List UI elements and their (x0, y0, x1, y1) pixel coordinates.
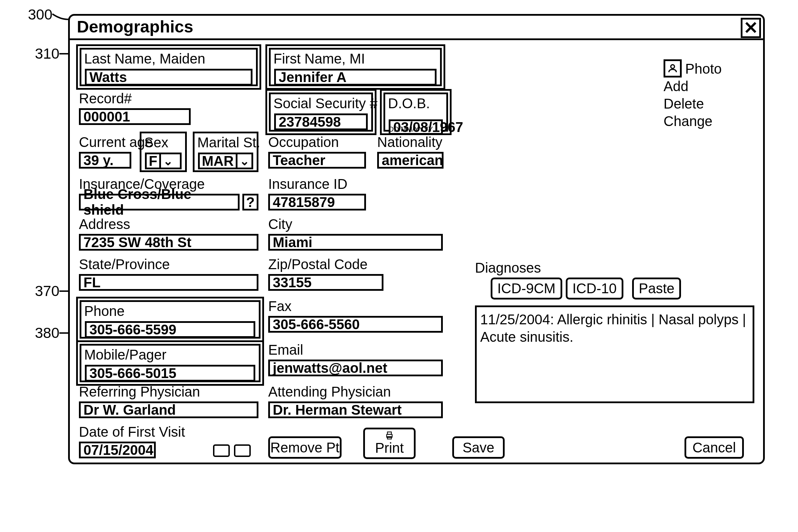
anno-310: 310 (35, 45, 59, 62)
camera-icon[interactable] (213, 444, 230, 457)
refphys-input[interactable]: Dr W. Garland (79, 401, 258, 418)
anno-370: 370 (35, 283, 59, 300)
photo-change[interactable]: Change (664, 113, 712, 129)
marital-value: MAR (200, 153, 236, 169)
record-label: Record# (79, 91, 132, 106)
firstvisit-label: Date of First Visit (79, 424, 185, 440)
title-bar: Demographics ✕ (70, 16, 763, 40)
mobile-input[interactable]: 305-666-5015 (85, 365, 255, 382)
svg-rect-2 (387, 432, 391, 434)
photo-icon[interactable] (664, 59, 682, 77)
print-label: Print (375, 440, 404, 456)
anno-380: 380 (35, 325, 59, 341)
photo-delete[interactable]: Delete (664, 96, 704, 112)
insurance-input[interactable]: Blue Cross/Blue shield (79, 194, 240, 210)
dob-hint: DD/MM/YYYY (389, 125, 433, 133)
mobile-group: Mobile/Pager 305-666-5015 (80, 344, 261, 382)
marital-select[interactable]: MAR ⌄ (198, 153, 253, 169)
state-input[interactable]: FL (79, 274, 258, 291)
remove-pt-button[interactable]: Remove Pt (268, 436, 342, 459)
icd10-button[interactable]: ICD-10 (566, 278, 623, 300)
demographics-window: Demographics ✕ Last Name, Maiden Watts F… (68, 14, 765, 464)
fax-input[interactable]: 305-666-5560 (268, 316, 443, 333)
zip-label: Zip/Postal Code (268, 257, 368, 272)
fax-label: Fax (268, 298, 292, 314)
record-input[interactable]: 000001 (79, 108, 191, 125)
window-title: Demographics (77, 17, 193, 36)
image-icon[interactable] (234, 444, 251, 457)
marital-group: Marital St. MAR ⌄ (193, 132, 258, 172)
first-name-group: First Name, MI Jennifer A (269, 48, 442, 86)
insurance-id-label: Insurance ID (268, 176, 347, 192)
icd9-button[interactable]: ICD-9CM (491, 278, 562, 300)
sex-label: Sex (141, 133, 185, 150)
email-input[interactable]: jenwatts@aol.net (268, 360, 443, 376)
phone-group: Phone 305-666-5599 (80, 300, 261, 339)
diagnoses-heading: Diagnoses (475, 260, 541, 276)
anno-300: 300 (28, 6, 52, 23)
address-input[interactable]: 7235 SW 48th St (79, 234, 258, 251)
last-name-group: Last Name, Maiden Watts (80, 48, 258, 86)
chevron-down-icon: ⌄ (159, 154, 175, 168)
address-label: Address (79, 216, 130, 232)
age-input[interactable]: 39 y. (79, 152, 131, 169)
photo-add[interactable]: Add (664, 79, 688, 94)
last-name-input[interactable]: Watts (85, 69, 252, 86)
cancel-button[interactable]: Cancel (684, 436, 744, 459)
printer-icon (382, 431, 396, 440)
email-label: Email (268, 342, 303, 358)
nationality-input[interactable]: american (377, 152, 444, 169)
save-button[interactable]: Save (452, 436, 505, 459)
city-label: City (268, 216, 292, 232)
zip-input[interactable]: 33155 (268, 274, 383, 291)
sex-group: Sex F ⌄ (140, 132, 187, 172)
dob-group: D.O.B. DD/MM/YYYY 03/08/1967 (383, 93, 448, 132)
ssn-input[interactable]: 23784598 (274, 113, 368, 130)
photo-label: Photo (685, 61, 722, 77)
refphys-label: Referring Physician (79, 384, 200, 400)
dob-label: D.O.B. (385, 94, 446, 111)
ssn-group: Social Security # 23784598 (269, 93, 373, 132)
insurance-help-button[interactable]: ? (242, 194, 258, 210)
close-icon: ✕ (744, 18, 758, 38)
attphys-input[interactable]: Dr. Herman Stewart (268, 401, 443, 418)
firstvisit-input[interactable]: 07/15/2004 (79, 442, 156, 458)
ssn-label: Social Security # (271, 94, 371, 111)
sex-value: F (147, 153, 159, 169)
nationality-label: Nationality (377, 134, 442, 150)
first-name-input[interactable]: Jennifer A (274, 69, 437, 86)
insurance-id-input[interactable]: 47815879 (268, 194, 366, 210)
paste-button[interactable]: Paste (632, 278, 681, 300)
phone-label: Phone (81, 302, 259, 319)
svg-point-0 (671, 65, 675, 68)
chevron-down-icon: ⌄ (236, 154, 251, 168)
diagnoses-textarea[interactable]: 11/25/2004: Allergic rhinitis | Nasal po… (475, 305, 754, 403)
attphys-label: Attending Physician (268, 384, 391, 400)
first-name-label: First Name, MI (271, 50, 440, 67)
occupation-input[interactable]: Teacher (268, 152, 366, 169)
marital-label: Marital St. (195, 133, 257, 150)
print-button[interactable]: Print (363, 428, 416, 459)
sex-select[interactable]: F ⌄ (145, 153, 182, 169)
state-label: State/Province (79, 257, 170, 272)
close-button[interactable]: ✕ (741, 18, 761, 38)
phone-input[interactable]: 305-666-5599 (85, 321, 255, 338)
city-input[interactable]: Miami (268, 234, 443, 251)
last-name-label: Last Name, Maiden (81, 50, 256, 67)
occupation-label: Occupation (268, 134, 339, 150)
mobile-label: Mobile/Pager (81, 346, 259, 363)
